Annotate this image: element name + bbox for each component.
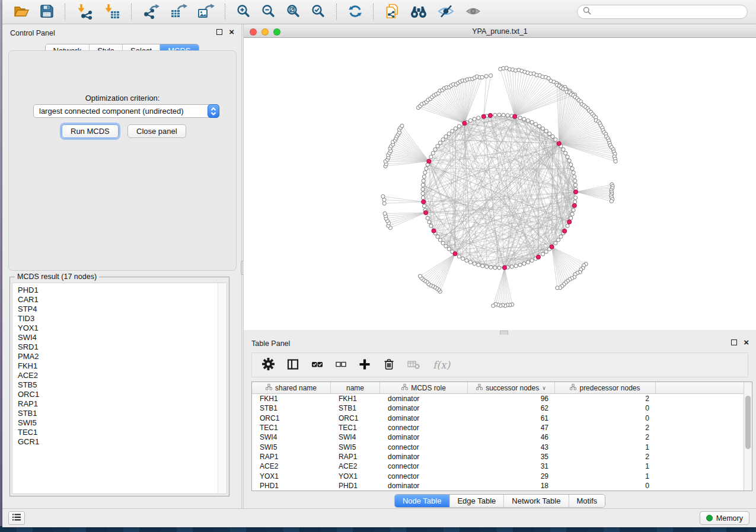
show-all-button[interactable] (461, 2, 485, 22)
table-row[interactable]: RAP1RAP1dominator352 (252, 452, 752, 462)
close-window-icon[interactable] (250, 28, 257, 36)
float-panel-icon[interactable] (731, 339, 737, 345)
column-header-successors[interactable]: successor nodes∨ (468, 382, 555, 393)
export-table-button[interactable] (167, 2, 190, 23)
open-session-button[interactable] (10, 2, 33, 22)
tab-node-table[interactable]: Node Table (395, 495, 450, 507)
table-settings-button[interactable] (262, 358, 275, 372)
toolbar-separator (65, 4, 66, 20)
table-row[interactable]: FKH1FKH1dominator962 (252, 394, 752, 403)
cell-shared: ORC1 (252, 414, 331, 422)
mcds-result-item[interactable]: SRD1 (18, 342, 227, 352)
zoom-selected-button[interactable] (308, 2, 329, 22)
cell-shared: FKH1 (252, 395, 331, 403)
cell-successors: 31 (468, 462, 555, 470)
mcds-result-item[interactable]: TID3 (18, 314, 227, 323)
cell-shared: YOX1 (252, 472, 331, 480)
mcds-result-item[interactable]: SWI5 (18, 418, 227, 428)
mcds-result-item[interactable]: GCR1 (18, 437, 227, 447)
refresh-view-button[interactable] (344, 2, 366, 22)
tab-network-table[interactable]: Network Table (504, 495, 569, 507)
table-row[interactable]: SWI4SWI4dominator462 (252, 432, 752, 442)
table-row[interactable]: PHD1PHD1dominator180 (252, 481, 752, 491)
column-header-shared[interactable]: shared name (252, 382, 331, 393)
close-panel-button[interactable]: Close panel (127, 124, 186, 138)
cell-role: connector (380, 472, 468, 480)
automation-panel-button[interactable] (8, 511, 25, 525)
column-header-predecessors[interactable]: predecessor nodes (555, 382, 656, 393)
mcds-list-scrollbar[interactable] (218, 283, 227, 493)
cell-name: FKH1 (331, 395, 380, 403)
mcds-result-item[interactable]: STP4 (18, 305, 227, 314)
hide-selected-button[interactable] (434, 2, 458, 22)
table-row[interactable]: SWI5SWI5connector431 (252, 442, 752, 451)
table-row[interactable]: STB1STB1dominator620 (252, 403, 752, 413)
mcds-result-item[interactable]: SWI4 (18, 333, 227, 342)
zoom-in-button[interactable] (233, 2, 254, 22)
apply-function-button[interactable]: f(x) (433, 359, 450, 371)
float-panel-icon[interactable] (216, 29, 222, 35)
import-network-button[interactable] (73, 2, 97, 23)
table-panel-title: Table Panel (251, 339, 290, 348)
refresh-icon (347, 4, 363, 21)
mcds-result-item[interactable]: STB1 (18, 409, 227, 418)
mcds-result-item[interactable]: FKH1 (18, 361, 227, 371)
run-mcds-button[interactable]: Run MCDS (62, 124, 119, 138)
mcds-result-item[interactable]: RAP1 (18, 399, 227, 409)
clone-network-button[interactable] (381, 2, 403, 23)
save-session-button[interactable] (36, 2, 58, 22)
table-row[interactable]: TEC1TEC1connector472 (252, 423, 752, 432)
table-row[interactable]: ACE2ACE2connector311 (252, 462, 752, 471)
optimization-criterion-select[interactable]: largest connected component (undirected) (33, 104, 219, 118)
app-window: Control Panel × NetworkStyleSelectMCDS O… (2, 0, 756, 527)
mcds-result-item[interactable]: YOX1 (18, 323, 227, 333)
mcds-result-item[interactable]: STB5 (18, 380, 227, 390)
cell-shared: SWI4 (252, 433, 331, 441)
minimize-window-icon[interactable] (261, 28, 269, 36)
cell-predecessors: 1 (555, 443, 656, 451)
horizontal-splitter[interactable] (244, 330, 756, 335)
zoom-fit-button[interactable] (283, 2, 304, 22)
column-header-role[interactable]: MCDS role (380, 382, 468, 393)
tab-edge-table[interactable]: Edge Table (449, 495, 504, 507)
search-box[interactable] (577, 5, 748, 19)
delete-column-button[interactable] (383, 358, 395, 372)
mcds-result-item[interactable]: ACE2 (18, 371, 227, 380)
mcds-result-item[interactable]: PMA2 (18, 352, 227, 361)
first-neighbors-button[interactable] (407, 2, 430, 22)
mcds-result-item[interactable]: TEC1 (18, 428, 227, 437)
show-column-panel-button[interactable] (287, 358, 299, 372)
mcds-result-item[interactable]: CAR1 (18, 295, 227, 305)
table-scrollbar[interactable] (744, 382, 752, 491)
add-column-button[interactable] (359, 358, 371, 372)
close-panel-icon[interactable]: × (229, 29, 234, 35)
table-row[interactable]: YOX1YOX1connector291 (252, 471, 752, 480)
export-image-icon (197, 3, 215, 21)
memory-button[interactable]: Memory (700, 511, 749, 525)
maximize-window-icon[interactable] (273, 28, 280, 36)
close-panel-icon[interactable]: × (744, 339, 749, 345)
network-window: YPA_prune.txt_1 (244, 26, 756, 330)
network-canvas[interactable] (244, 38, 756, 330)
network-window-titlebar[interactable]: YPA_prune.txt_1 (244, 26, 756, 38)
delete-table-button[interactable] (407, 359, 420, 371)
network-graph[interactable] (244, 38, 756, 330)
mcds-result-list[interactable]: PHD1CAR1STP4TID3YOX1SWI4SRD1PMA2FKH1ACE2… (12, 283, 227, 494)
export-image-button[interactable] (194, 2, 218, 23)
mcds-result-item[interactable]: PHD1 (18, 286, 227, 295)
search-icon (583, 7, 591, 17)
zoom-out-button[interactable] (258, 2, 279, 22)
mcds-result-item[interactable]: ORC1 (18, 390, 227, 399)
eye-icon (464, 4, 482, 21)
select-all-button[interactable] (311, 359, 323, 371)
column-header-name[interactable]: name (331, 382, 380, 393)
import-table-button[interactable] (100, 2, 124, 23)
cell-name: SWI4 (331, 433, 380, 441)
table-scrollbar-thumb[interactable] (745, 396, 751, 449)
export-network-button[interactable] (139, 2, 163, 23)
deselect-all-button[interactable] (336, 360, 346, 371)
import-table-icon (103, 3, 121, 21)
table-row[interactable]: ORC1ORC1dominator610 (252, 414, 752, 423)
search-input[interactable] (594, 7, 742, 17)
tab-motifs[interactable]: Motifs (569, 495, 605, 507)
